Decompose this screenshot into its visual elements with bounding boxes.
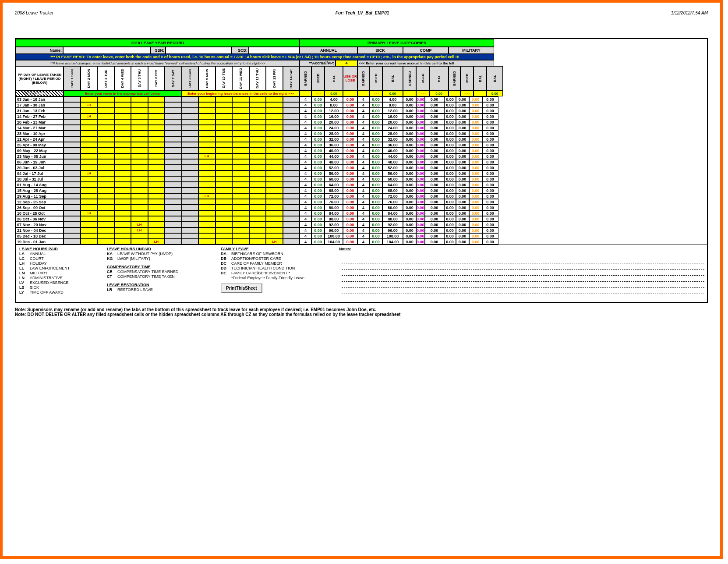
- leave-cell[interactable]: [148, 142, 165, 148]
- leave-cell[interactable]: [165, 210, 182, 216]
- leave-cell[interactable]: [182, 222, 199, 227]
- leave-cell[interactable]: [216, 210, 233, 216]
- leave-cell[interactable]: [249, 182, 266, 188]
- leave-cell[interactable]: [148, 199, 165, 205]
- leave-cell[interactable]: [216, 222, 233, 227]
- leave-cell[interactable]: [232, 102, 249, 108]
- leave-cell[interactable]: [114, 165, 131, 170]
- leave-cell[interactable]: [198, 233, 216, 239]
- leave-cell[interactable]: [114, 114, 131, 119]
- leave-cell[interactable]: [114, 222, 131, 227]
- leave-cell[interactable]: [148, 170, 165, 176]
- leave-cell[interactable]: LH: [131, 222, 148, 227]
- leave-cell[interactable]: [182, 114, 199, 119]
- init-cell[interactable]: [343, 91, 357, 96]
- init-cell[interactable]: [449, 91, 460, 96]
- notes-line[interactable]: [342, 263, 704, 270]
- leave-cell[interactable]: [283, 108, 300, 114]
- leave-cell[interactable]: [81, 176, 98, 182]
- leave-cell[interactable]: [165, 119, 182, 125]
- leave-cell[interactable]: [114, 205, 131, 210]
- leave-cell[interactable]: [165, 142, 182, 148]
- leave-cell[interactable]: [165, 165, 182, 170]
- leave-cell[interactable]: [182, 142, 199, 148]
- leave-cell[interactable]: [148, 131, 165, 136]
- leave-cell[interactable]: [249, 125, 266, 131]
- leave-cell[interactable]: [198, 125, 216, 131]
- leave-cell[interactable]: [283, 188, 300, 193]
- leave-cell[interactable]: [64, 193, 81, 199]
- leave-cell[interactable]: [182, 159, 199, 165]
- leave-cell[interactable]: [266, 205, 283, 210]
- leave-cell[interactable]: [283, 210, 300, 216]
- leave-cell[interactable]: [232, 210, 249, 216]
- leave-cell[interactable]: [182, 170, 199, 176]
- leave-cell[interactable]: [216, 227, 233, 233]
- leave-cell[interactable]: [114, 170, 131, 176]
- leave-cell[interactable]: [64, 148, 81, 153]
- leave-cell[interactable]: [64, 222, 81, 227]
- leave-cell[interactable]: [97, 199, 114, 205]
- leave-cell[interactable]: [148, 136, 165, 142]
- leave-cell[interactable]: [216, 216, 233, 222]
- leave-cell[interactable]: [232, 165, 249, 170]
- leave-cell[interactable]: [266, 193, 283, 199]
- leave-cell[interactable]: [131, 114, 148, 119]
- leave-cell[interactable]: [232, 188, 249, 193]
- leave-cell[interactable]: [64, 165, 81, 170]
- leave-cell[interactable]: [64, 176, 81, 182]
- leave-cell[interactable]: [81, 227, 98, 233]
- leave-cell[interactable]: [81, 108, 98, 114]
- leave-cell[interactable]: [266, 222, 283, 227]
- leave-cell[interactable]: [165, 102, 182, 108]
- leave-cell[interactable]: [165, 222, 182, 227]
- leave-cell[interactable]: [182, 205, 199, 210]
- leave-cell[interactable]: [266, 199, 283, 205]
- leave-cell[interactable]: [216, 193, 233, 199]
- leave-cell[interactable]: [131, 131, 148, 136]
- leave-cell[interactable]: [64, 108, 81, 114]
- leave-cell[interactable]: [165, 199, 182, 205]
- init-cell[interactable]: [300, 91, 311, 96]
- leave-cell[interactable]: [283, 170, 300, 176]
- leave-cell[interactable]: [97, 148, 114, 153]
- leave-cell[interactable]: [232, 199, 249, 205]
- leave-cell[interactable]: [249, 131, 266, 136]
- leave-cell[interactable]: [283, 193, 300, 199]
- leave-cell[interactable]: [81, 205, 98, 210]
- leave-cell[interactable]: [131, 96, 148, 102]
- leave-cell[interactable]: [283, 222, 300, 227]
- leave-cell[interactable]: [266, 153, 283, 159]
- leave-cell[interactable]: [232, 239, 249, 245]
- leave-cell[interactable]: [216, 159, 233, 165]
- leave-cell[interactable]: [283, 182, 300, 188]
- leave-cell[interactable]: [64, 114, 81, 119]
- leave-cell[interactable]: [97, 193, 114, 199]
- leave-cell[interactable]: [283, 148, 300, 153]
- leave-cell[interactable]: [165, 148, 182, 153]
- leave-cell[interactable]: [266, 136, 283, 142]
- leave-cell[interactable]: [249, 239, 266, 245]
- leave-cell[interactable]: [182, 131, 199, 136]
- leave-cell[interactable]: [266, 125, 283, 131]
- leave-cell[interactable]: [182, 216, 199, 222]
- leave-cell[interactable]: [131, 233, 148, 239]
- init-cell[interactable]: 0.00: [429, 91, 449, 96]
- leave-cell[interactable]: [165, 114, 182, 119]
- init-cell[interactable]: 0.00: [487, 91, 503, 96]
- leave-cell[interactable]: [64, 153, 81, 159]
- leave-cell[interactable]: [216, 102, 233, 108]
- leave-cell[interactable]: [198, 188, 216, 193]
- leave-cell[interactable]: [249, 210, 266, 216]
- leave-cell[interactable]: [216, 170, 233, 176]
- leave-cell[interactable]: [81, 165, 98, 170]
- leave-cell[interactable]: [249, 227, 266, 233]
- leave-cell[interactable]: [97, 96, 114, 102]
- leave-cell[interactable]: [64, 227, 81, 233]
- leave-cell[interactable]: [232, 205, 249, 210]
- leave-cell[interactable]: [198, 227, 216, 233]
- leave-cell[interactable]: [216, 153, 233, 159]
- leave-cell[interactable]: [198, 119, 216, 125]
- leave-cell[interactable]: [232, 142, 249, 148]
- leave-cell[interactable]: [266, 182, 283, 188]
